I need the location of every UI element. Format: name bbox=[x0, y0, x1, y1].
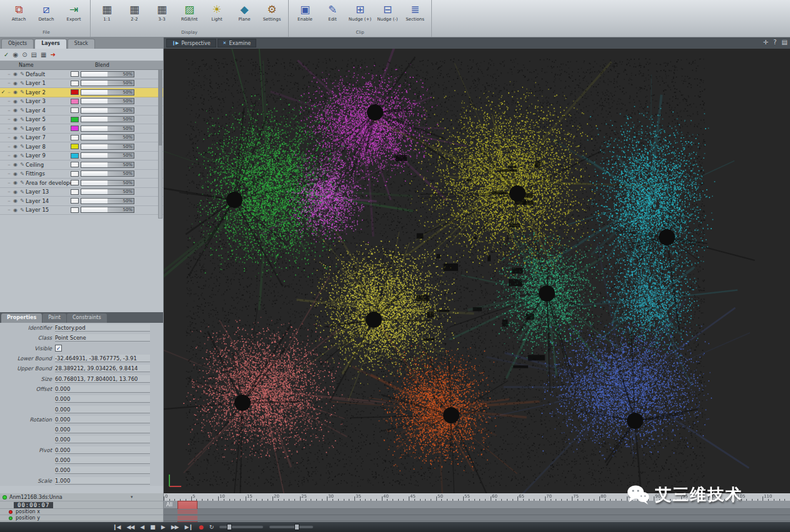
layer-color-swatch[interactable] bbox=[71, 89, 79, 95]
layer-color-swatch[interactable] bbox=[71, 144, 79, 149]
layer-edit-icon[interactable]: ✎ bbox=[19, 126, 26, 131]
layer-row[interactable]: ‒◉✎Default50% bbox=[0, 70, 163, 79]
layer-color-swatch[interactable] bbox=[71, 153, 79, 159]
track-label-row[interactable]: position y bbox=[0, 515, 163, 521]
layer-visibility-icon[interactable]: ◉ bbox=[12, 135, 19, 140]
visible-checkbox[interactable]: ✓ bbox=[55, 345, 62, 352]
layer-row[interactable]: ‒◉✎Ceiling50% bbox=[0, 160, 163, 170]
layer-row[interactable]: ‒◉✎Layer 1350% bbox=[0, 188, 163, 197]
layer-blend-slider[interactable]: 50% bbox=[81, 207, 134, 213]
layer-blend-slider[interactable]: 50% bbox=[81, 80, 134, 86]
tab-stack[interactable]: Stack bbox=[68, 39, 95, 49]
export-button[interactable]: ⇥Export bbox=[61, 2, 87, 22]
layer-color-swatch[interactable] bbox=[71, 81, 79, 86]
layer-blend-slider[interactable]: 50% bbox=[81, 180, 134, 186]
layer-blend-slider[interactable]: 50% bbox=[81, 107, 134, 114]
detach-button[interactable]: ⧄Detach bbox=[33, 2, 59, 22]
play-button[interactable]: ▶ bbox=[161, 523, 165, 531]
settings-button[interactable]: ⚙Settings bbox=[259, 2, 285, 22]
layer-blend-slider[interactable]: 50% bbox=[81, 98, 134, 104]
layer-visibility-icon[interactable]: ◉ bbox=[12, 171, 19, 177]
layer-visibility-icon[interactable]: ◉ bbox=[12, 207, 19, 213]
layer-visibility-icon[interactable]: ◉ bbox=[12, 189, 19, 195]
layer-edit-icon[interactable]: ✎ bbox=[19, 162, 26, 167]
layer-edit-icon[interactable]: ✎ bbox=[19, 71, 26, 77]
layer-blend-slider[interactable]: 50% bbox=[81, 116, 134, 122]
prev-key-button[interactable]: ◀◀ bbox=[126, 523, 134, 531]
layer-blend-slider[interactable]: 50% bbox=[81, 152, 134, 159]
one-to-one-button[interactable]: ▦1:1 bbox=[94, 2, 120, 22]
track-row-position-y[interactable] bbox=[164, 515, 790, 521]
track-row-position-x[interactable] bbox=[164, 509, 790, 515]
layer-row[interactable]: ‒◉✎Area for developer50% bbox=[0, 179, 163, 188]
layer-blend-slider[interactable]: 50% bbox=[81, 170, 134, 177]
layer-row[interactable]: ‒◉✎Layer 450% bbox=[0, 106, 163, 116]
layer-color-swatch[interactable] bbox=[71, 171, 79, 177]
property-value[interactable]: Point Scene bbox=[55, 334, 150, 342]
layer-visibility-icon[interactable]: ◉ bbox=[12, 107, 19, 113]
layer-blend-slider[interactable]: 50% bbox=[81, 144, 134, 150]
transport-slider[interactable] bbox=[219, 526, 263, 528]
slider-knob[interactable] bbox=[227, 524, 232, 530]
property-value[interactable]: 0.000 bbox=[55, 395, 150, 403]
step-back-button[interactable]: ◀ bbox=[140, 523, 144, 531]
layer-color-swatch[interactable] bbox=[71, 99, 79, 104]
layer-edit-icon[interactable]: ✎ bbox=[19, 180, 26, 185]
isolate-icon[interactable]: ⊙ bbox=[22, 51, 27, 58]
layer-blend-slider[interactable]: 50% bbox=[81, 71, 134, 77]
property-value[interactable]: 0.000 bbox=[55, 446, 150, 454]
property-value[interactable]: 0.000 bbox=[55, 406, 150, 413]
layer-color-swatch[interactable] bbox=[71, 198, 79, 204]
layer-edit-icon[interactable]: ✎ bbox=[19, 117, 26, 122]
layer-row[interactable]: ‒◉✎Layer 650% bbox=[0, 124, 163, 134]
layer-color-swatch[interactable] bbox=[71, 126, 79, 131]
layer-edit-icon[interactable]: ✎ bbox=[19, 81, 26, 86]
property-value[interactable]: -32.464931, -38.767775, -3.91 bbox=[55, 355, 150, 362]
list-view-icon[interactable]: ▤ bbox=[31, 51, 37, 58]
grid-view-icon[interactable]: ▦ bbox=[41, 51, 46, 58]
tab-constraints[interactable]: Constraints bbox=[67, 313, 107, 323]
rgb-int-button[interactable]: ▨RGB/Int bbox=[176, 2, 202, 22]
layer-blend-slider[interactable]: 50% bbox=[81, 89, 134, 96]
layer-color-swatch[interactable] bbox=[71, 207, 79, 213]
step-forward-button[interactable]: ▶▶ bbox=[171, 523, 179, 531]
layer-row[interactable]: ‒◉✎Layer 350% bbox=[0, 97, 163, 107]
layer-row[interactable]: ‒◉✎Layer 950% bbox=[0, 152, 163, 161]
record-button[interactable]: ● bbox=[199, 523, 203, 531]
property-value[interactable]: 28.389212, 39.034226, 9.8414 bbox=[55, 365, 150, 372]
layer-row[interactable]: ‒◉✎Layer 850% bbox=[0, 142, 163, 152]
go-start-button[interactable]: ❙◀ bbox=[112, 523, 120, 531]
help-icon[interactable]: ? bbox=[773, 39, 776, 46]
property-value[interactable]: 0.000 bbox=[55, 416, 150, 423]
property-value[interactable]: 0.000 bbox=[55, 436, 150, 443]
layer-color-swatch[interactable] bbox=[71, 180, 79, 185]
layer-visibility-icon[interactable]: ◉ bbox=[12, 144, 19, 149]
layer-list-scrollbar[interactable] bbox=[158, 70, 162, 219]
layer-visibility-icon[interactable]: ◉ bbox=[12, 153, 19, 159]
layer-visibility-icon[interactable]: ◉ bbox=[12, 180, 19, 185]
property-value[interactable]: 60.768013, 77.804001, 13.760 bbox=[55, 375, 150, 383]
layer-edit-icon[interactable]: ✎ bbox=[19, 207, 26, 213]
edit-button[interactable]: ✎Edit bbox=[319, 2, 346, 22]
layer-edit-icon[interactable]: ✎ bbox=[19, 144, 26, 149]
enable-button[interactable]: ▣Enable bbox=[292, 2, 318, 22]
layer-row[interactable]: ‒◉✎Layer 750% bbox=[0, 134, 163, 143]
stop-button[interactable]: ■ bbox=[150, 523, 155, 531]
layer-edit-icon[interactable]: ✎ bbox=[19, 89, 26, 95]
layer-visibility-icon[interactable]: ◉ bbox=[12, 198, 19, 204]
property-value[interactable]: 1.000 bbox=[55, 477, 150, 485]
light-button[interactable]: ☀Light bbox=[204, 2, 230, 22]
sections-button[interactable]: ≣Sections bbox=[402, 2, 428, 22]
layer-color-swatch[interactable] bbox=[71, 107, 79, 113]
property-value[interactable]: 0.000 bbox=[55, 466, 150, 474]
track-label-row[interactable]: position x bbox=[0, 509, 163, 515]
tab-objects[interactable]: Objects bbox=[1, 39, 34, 49]
layer-row[interactable]: ‒◉✎Layer 150% bbox=[0, 79, 163, 89]
three-three-button[interactable]: ▦3-3 bbox=[149, 2, 175, 22]
viewport-tab-examine[interactable]: ✕Examine bbox=[218, 39, 257, 47]
layer-edit-icon[interactable]: ✎ bbox=[19, 189, 26, 195]
layer-color-swatch[interactable] bbox=[71, 162, 79, 167]
layer-visibility-icon[interactable]: ◉ bbox=[12, 162, 19, 167]
layer-color-swatch[interactable] bbox=[71, 117, 79, 122]
pan-icon[interactable]: ✛ bbox=[763, 39, 768, 46]
